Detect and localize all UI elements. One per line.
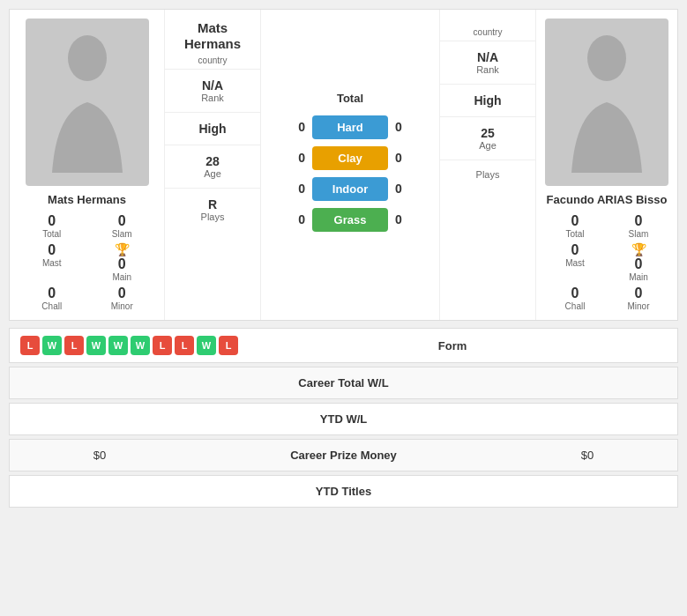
player2-rank-val: N/A — [447, 50, 528, 64]
ytd-titles-row: YTD Titles — [9, 475, 678, 508]
ytd-wl-row: YTD W/L — [9, 403, 678, 435]
player1-avatar — [26, 19, 149, 186]
player1-fullname: Mats Hermans — [172, 20, 253, 52]
player1-mast-label: Mast — [42, 258, 62, 268]
player2-age-label: Age — [447, 140, 528, 151]
svg-point-0 — [68, 35, 107, 81]
prize-label: Career Prize Money — [179, 449, 508, 462]
player2-silhouette — [563, 32, 651, 173]
p2-indoor-score: 0 — [395, 182, 422, 196]
player2-mast-val: 0 — [571, 242, 579, 258]
player1-plays-val: R — [172, 197, 253, 212]
player2-chall-label: Chall — [565, 301, 586, 311]
p1-grass-score: 0 — [279, 212, 305, 226]
surface-indoor-row: 0 Indoor 0 — [279, 177, 422, 201]
form-badge-w: W — [108, 336, 128, 355]
form-row: LWLWWWLLWL Form — [9, 328, 678, 363]
career-wl-row: Career Total W/L — [9, 367, 678, 399]
player2-country: country — [447, 27, 528, 37]
prize-left: $0 — [20, 449, 179, 462]
form-badge-l: L — [153, 336, 172, 355]
player2-slam-label: Slam — [629, 229, 649, 239]
player2-header: country — [440, 10, 535, 41]
comparison-section: Mats Hermans 0 Total 0 Slam 0 Mast 🏆 0 — [9, 9, 678, 321]
form-label: Form — [238, 339, 667, 353]
player2-mast-label: Mast — [565, 258, 585, 268]
player1-main-val: 0 — [118, 256, 126, 272]
player1-stats: 0 Total 0 Slam 0 Mast 🏆 0 Main 0 — [19, 213, 155, 311]
form-badge-l: L — [219, 336, 238, 355]
player1-high-val: High — [172, 122, 253, 136]
p1-hard-score: 0 — [279, 120, 305, 134]
player2-age-val: 25 — [447, 126, 528, 140]
player1-chall-stat: 0 Chall — [19, 286, 86, 311]
ytd-titles-label: YTD Titles — [179, 485, 508, 498]
player2-high-row: High — [440, 84, 535, 116]
player1-silhouette — [43, 32, 131, 173]
player1-total-stat: 0 Total — [19, 213, 86, 239]
hard-surface-btn[interactable]: Hard — [312, 115, 388, 139]
player2-chall-val: 0 — [571, 286, 579, 301]
player2-slam-val: 0 — [635, 213, 643, 229]
player1-name: Mats Hermans — [48, 193, 126, 206]
player2-chall-stat: 0 Chall — [545, 286, 605, 311]
player2-total-label: Total — [565, 229, 584, 239]
player1-age-label: Age — [172, 168, 253, 179]
indoor-surface-btn[interactable]: Indoor — [312, 177, 388, 201]
player2-stats-card: country N/A Rank High 25 Age Plays — [439, 10, 536, 320]
main-container: Mats Hermans 0 Total 0 Slam 0 Mast 🏆 0 — [0, 0, 687, 520]
player2-avatar — [545, 19, 668, 186]
grass-surface-btn[interactable]: Grass — [312, 208, 388, 232]
player1-age-val: 28 — [172, 154, 253, 168]
player1-slam-stat: 0 Slam — [89, 213, 156, 239]
player1-main-stat: 🏆 0 Main — [89, 242, 156, 282]
form-badge-l: L — [64, 336, 84, 355]
player1-slam-val: 0 — [118, 213, 126, 229]
player2-trophy-icon: 🏆 — [631, 242, 646, 256]
surface-title: Total — [279, 92, 422, 105]
player1-mast-val: 0 — [48, 242, 56, 258]
player1-minor-val: 0 — [118, 286, 126, 301]
player2-main-stat: 🏆 0 Main — [609, 242, 668, 282]
player1-rank-label: Rank — [172, 93, 253, 103]
player1-stats-card: Mats Hermans country N/A Rank High 28 Ag… — [164, 10, 261, 320]
player2-slam-stat: 0 Slam — [609, 213, 668, 239]
svg-point-1 — [587, 35, 626, 81]
player1-minor-label: Minor — [111, 301, 133, 311]
player1-rank-row: N/A Rank — [165, 69, 260, 112]
player1-rank-val: N/A — [172, 78, 253, 93]
player2-stats: 0 Total 0 Slam 0 Mast 🏆 0 Main 0 — [545, 213, 668, 311]
player1-minor-stat: 0 Minor — [89, 286, 156, 311]
player1-mast-stat: 0 Mast — [19, 242, 86, 282]
form-badge-w: W — [131, 336, 150, 355]
player2-card: Facundo ARIAS Bisso 0 Total 0 Slam 0 Mas… — [536, 10, 677, 320]
p2-hard-score: 0 — [395, 120, 422, 134]
bottom-section: LWLWWWLLWL Form Career Total W/L YTD W/L… — [9, 328, 678, 508]
p2-clay-score: 0 — [395, 151, 422, 165]
player2-plays-row: Plays — [440, 160, 535, 189]
player2-rank-row: N/A Rank — [440, 41, 535, 84]
player1-slam-label: Slam — [112, 229, 132, 239]
surface-grass-row: 0 Grass 0 — [279, 208, 422, 232]
p1-clay-score: 0 — [279, 151, 305, 165]
player1-total-label: Total — [42, 229, 61, 239]
player1-trophy-icon: 🏆 — [115, 242, 130, 256]
player2-high-val: High — [447, 93, 528, 108]
form-badge-w: W — [197, 336, 216, 355]
surface-section: Total 0 Hard 0 0 Clay 0 0 Indoor 0 0 Gra… — [261, 10, 439, 320]
player1-chall-val: 0 — [48, 286, 56, 301]
player1-high-row: High — [165, 112, 260, 145]
player2-name: Facundo ARIAS Bisso — [547, 193, 668, 206]
player2-plays-label: Plays — [447, 169, 528, 180]
player1-plays-row: R Plays — [165, 188, 260, 231]
player1-plays-label: Plays — [172, 212, 253, 222]
player1-header: Mats Hermans country — [165, 10, 260, 69]
player2-total-stat: 0 Total — [545, 213, 605, 239]
player1-total-val: 0 — [48, 213, 56, 229]
player2-minor-label: Minor — [627, 301, 649, 311]
player1-main-label: Main — [112, 272, 131, 282]
ytd-wl-label: YTD W/L — [179, 412, 508, 426]
surface-clay-row: 0 Clay 0 — [279, 146, 422, 170]
clay-surface-btn[interactable]: Clay — [312, 146, 388, 170]
player1-country: country — [172, 56, 253, 65]
